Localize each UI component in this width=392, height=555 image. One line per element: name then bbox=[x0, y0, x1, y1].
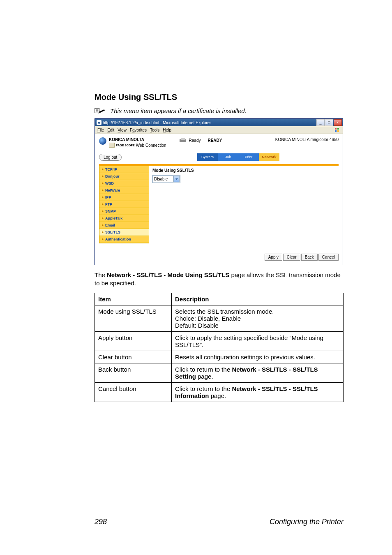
cell-item: Clear button bbox=[95, 351, 172, 363]
brand-name: KONICA MINOLTA bbox=[109, 137, 166, 142]
sidebar-item-wsd[interactable]: WSD bbox=[99, 180, 149, 187]
table-row: Clear button Resets all configuration se… bbox=[95, 351, 344, 363]
sidebar-item-ssltls[interactable]: SSL/TLS bbox=[99, 229, 149, 236]
sidebar-item-ipp[interactable]: IPP bbox=[99, 194, 149, 201]
maximize-button[interactable]: □ bbox=[325, 119, 333, 126]
note-line: This menu item appears if a certificate … bbox=[95, 107, 344, 114]
note-icon bbox=[95, 107, 106, 114]
svg-rect-4 bbox=[335, 128, 337, 130]
footer-title: Configuring the Printer bbox=[270, 518, 344, 526]
cell-desc: Resets all configuration settings to pre… bbox=[172, 351, 344, 363]
menu-tools[interactable]: Tools bbox=[150, 128, 159, 132]
cell-item: Mode using SSL/TLS bbox=[95, 305, 172, 331]
svg-rect-9 bbox=[181, 138, 185, 140]
th-description: Description bbox=[172, 293, 344, 305]
cancel-button[interactable]: Cancel bbox=[318, 254, 339, 261]
minimize-button[interactable]: _ bbox=[316, 119, 325, 126]
sidebar-item-ftp[interactable]: FTP bbox=[99, 201, 149, 208]
sidebar-item-appletalk[interactable]: AppleTalk bbox=[99, 215, 149, 222]
sidebar: TCP/IP Bonjour WSD NetWare IPP FTP SNMP … bbox=[99, 166, 149, 243]
logout-button[interactable]: Log out bbox=[99, 154, 122, 161]
menu-edit[interactable]: Edit bbox=[107, 128, 114, 132]
sidebar-item-netware[interactable]: NetWare bbox=[99, 187, 149, 194]
table-row: Cancel button Click to return to the Net… bbox=[95, 382, 344, 402]
menu-help[interactable]: Help bbox=[163, 128, 171, 132]
note-text: This menu item appears if a certificate … bbox=[110, 107, 247, 114]
intro-paragraph: The Network - SSL/TLS - Mode Using SSL/T… bbox=[95, 271, 344, 288]
th-item: Item bbox=[95, 293, 172, 305]
tab-print[interactable]: Print bbox=[238, 153, 259, 161]
menu-favorites[interactable]: Favorites bbox=[130, 128, 147, 132]
printer-icon bbox=[179, 137, 187, 143]
dropdown-value: Disable bbox=[154, 177, 168, 181]
close-button[interactable]: × bbox=[334, 119, 342, 126]
tab-job[interactable]: Job bbox=[218, 153, 238, 161]
menu-bar: File Edit View Favorites Tools Help bbox=[95, 126, 343, 134]
sidebar-item-authentication[interactable]: Authentication bbox=[99, 236, 149, 243]
tab-system[interactable]: System bbox=[197, 153, 218, 161]
cell-desc: Click to return to the Network - SSL/TLS… bbox=[172, 363, 344, 382]
section-heading: Mode Using SSL/TLS bbox=[95, 92, 344, 102]
cell-desc: Click to return to the Network - SSL/TLS… bbox=[172, 382, 344, 402]
ie-throbber-icon bbox=[334, 127, 340, 133]
chevron-down-icon bbox=[173, 176, 180, 182]
window-title: http://192.168.1.2/a_index.html - Micros… bbox=[103, 120, 211, 125]
table-row: Back button Click to return to the Netwo… bbox=[95, 363, 344, 382]
pagescope-icon bbox=[109, 143, 115, 148]
divider bbox=[99, 251, 339, 251]
status-ready-big: READY bbox=[208, 138, 222, 143]
window-titlebar: e http://192.168.1.2/a_index.html - Micr… bbox=[95, 119, 343, 126]
svg-rect-8 bbox=[180, 139, 186, 142]
tab-network[interactable]: Network bbox=[259, 153, 279, 161]
sidebar-item-bonjour[interactable]: Bonjour bbox=[99, 173, 149, 180]
sidebar-item-snmp[interactable]: SNMP bbox=[99, 208, 149, 215]
content-area: Mode Using SSL/TLS Disable bbox=[149, 166, 339, 243]
ie-icon: e bbox=[97, 120, 101, 125]
clear-button[interactable]: Clear bbox=[283, 254, 300, 261]
cell-item: Apply button bbox=[95, 331, 172, 351]
table-row: Mode using SSL/TLS Selects the SSL trans… bbox=[95, 305, 344, 331]
content-title: Mode Using SSL/TLS bbox=[152, 168, 335, 173]
svg-rect-5 bbox=[337, 128, 339, 130]
cell-item: Back button bbox=[95, 363, 172, 382]
svg-rect-6 bbox=[335, 130, 337, 132]
brand-globe-icon bbox=[99, 137, 106, 145]
back-button[interactable]: Back bbox=[301, 254, 318, 261]
svg-rect-0 bbox=[95, 109, 99, 113]
menu-file[interactable]: File bbox=[97, 128, 104, 132]
sidebar-item-email[interactable]: Email bbox=[99, 222, 149, 229]
apply-button[interactable]: Apply bbox=[265, 254, 282, 261]
cell-desc: Selects the SSL transmission mode. Choic… bbox=[172, 305, 344, 331]
status-ready-small: Ready bbox=[189, 138, 201, 143]
svg-rect-7 bbox=[337, 130, 339, 132]
mode-dropdown[interactable]: Disable bbox=[152, 175, 180, 183]
page-number: 298 bbox=[95, 518, 107, 526]
cell-item: Cancel button bbox=[95, 382, 172, 402]
page-footer: 298 Configuring the Printer bbox=[95, 515, 344, 526]
main-tabs: System Job Print Network bbox=[197, 153, 279, 161]
menu-view[interactable]: View bbox=[118, 128, 127, 132]
sidebar-item-tcpip[interactable]: TCP/IP bbox=[99, 166, 149, 173]
description-table: Item Description Mode using SSL/TLS Sele… bbox=[95, 293, 344, 402]
web-connection-label: PAGE SCOPE Web Connection bbox=[109, 143, 166, 148]
cell-desc: Click to apply the setting specified bes… bbox=[172, 331, 344, 351]
table-row: Apply button Click to apply the setting … bbox=[95, 331, 344, 351]
device-name: KONICA MINOLTA magicolor 4650 bbox=[275, 137, 339, 142]
screenshot-window: e http://192.168.1.2/a_index.html - Micr… bbox=[95, 118, 343, 265]
